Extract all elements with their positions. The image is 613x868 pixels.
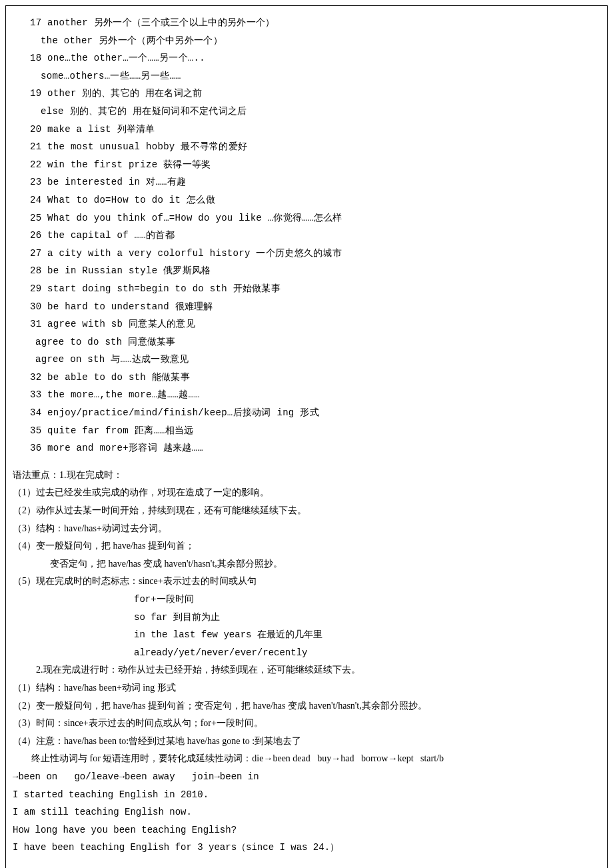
vocab-item-23: 23 be interested in 对……有趣 [13,173,600,191]
grammar-heading: 语法重点：1.现在完成时： [13,467,600,485]
vocab-item-36: 36 more and more+形容词 越来越…… [13,439,600,457]
vocab-item-17a: 17 another 另外一个（三个或三个以上中的另外一个） [13,14,600,32]
vocab-item-21: 21 the most unusual hobby 最不寻常的爱好 [13,138,600,156]
grammar-progressive-1: （1）结构：have/has been+动词 ing 形式 [13,679,600,697]
example-sentence-4: I have been teaching English for 3 years… [13,839,600,857]
vocab-item-27: 27 a city with a very colorful history 一… [13,245,600,263]
vocab-item-34: 34 enjoy/practice/mind/finish/keep…后接动词 … [13,404,600,422]
grammar-progressive-2: （2）变一般疑问句，把 have/has 提到句首；变否定句，把 have/ha… [13,697,600,715]
vocab-item-24: 24 What to do=How to do it 怎么做 [13,191,600,209]
vocab-item-32: 32 be able to do sth 能做某事 [13,369,600,387]
vocab-item-19b: else 别的、其它的 用在疑问词和不定代词之后 [13,103,600,121]
vocab-item-30: 30 be hard to understand 很难理解 [13,298,600,316]
vocab-item-31a: 31 agree with sb 同意某人的意见 [13,315,600,333]
example-sentence-2: I am still teaching English now. [13,803,600,821]
grammar-point-5c: so far 到目前为止 [13,609,600,627]
example-sentence-1: I started teaching English in 2010. [13,786,600,804]
document-page: 17 another 另外一个（三个或三个以上中的另外一个） the other… [5,5,608,868]
grammar-point-3: （3）结构：have/has+动词过去分词。 [13,520,600,538]
grammar-point-2: （2）动作从过去某一时间开始，持续到现在，还有可能继续延续下去。 [13,502,600,520]
vocab-item-25: 25 What do you think of…=How do you like… [13,209,600,227]
vocab-item-31c: agree on sth 与……达成一致意见 [13,351,600,369]
vocab-item-35: 35 quite far from 距离……相当远 [13,422,600,440]
grammar-point-4a: （4）变一般疑问句，把 have/has 提到句首； [13,537,600,555]
grammar-point-5e: already/yet/never/ever/recently [13,644,600,662]
grammar-point-1: （1）过去已经发生或完成的动作，对现在造成了一定的影响。 [13,484,600,502]
spacer [13,457,600,467]
vocab-item-28: 28 be in Russian style 俄罗斯风格 [13,262,600,280]
vocab-item-29: 29 start doing sth=begin to do sth 开始做某事 [13,280,600,298]
vocab-item-26: 26 the capital of ……的首都 [13,227,600,245]
grammar-progressive-4c: →been on go/leave→been away join→been in [13,768,600,786]
grammar-progressive-4a: （4）注意：have/has been to:曾经到过某地 have/has g… [13,733,600,751]
vocab-item-17b: the other 另外一个（两个中另外一个） [13,32,600,50]
grammar-point-5b: for+一段时间 [13,591,600,609]
grammar-point-4b: 变否定句，把 have/has 变成 haven't/hasn't,其余部分照抄… [13,555,600,573]
vocab-item-20: 20 make a list 列举清单 [13,121,600,139]
grammar-progressive-3: （3）时间：since+表示过去的时间点或从句；for+一段时间。 [13,715,600,733]
grammar-heading-2: 2.现在完成进行时：动作从过去已经开始，持续到现在，还可能继续延续下去。 [13,661,600,679]
grammar-point-5d: in the last few years 在最近的几年里 [13,626,600,644]
grammar-point-5a: （5）现在完成时的时态标志：since+表示过去的时间或从句 [13,573,600,591]
vocab-item-33: 33 the more…,the more…越……越…… [13,386,600,404]
vocab-item-18a: 18 one…the other…一个……另一个….. [13,49,600,67]
vocab-item-22: 22 win the first prize 获得一等奖 [13,156,600,174]
grammar-progressive-4b: 终止性动词与 for 短语连用时，要转化成延续性动词：die→been dead… [13,750,600,768]
vocab-item-31b: agree to do sth 同意做某事 [13,333,600,351]
vocab-item-19a: 19 other 别的、其它的 用在名词之前 [13,85,600,103]
vocab-item-18b: some…others…一些……另一些…… [13,67,600,85]
example-sentence-3: How long have you been teaching English? [13,821,600,839]
